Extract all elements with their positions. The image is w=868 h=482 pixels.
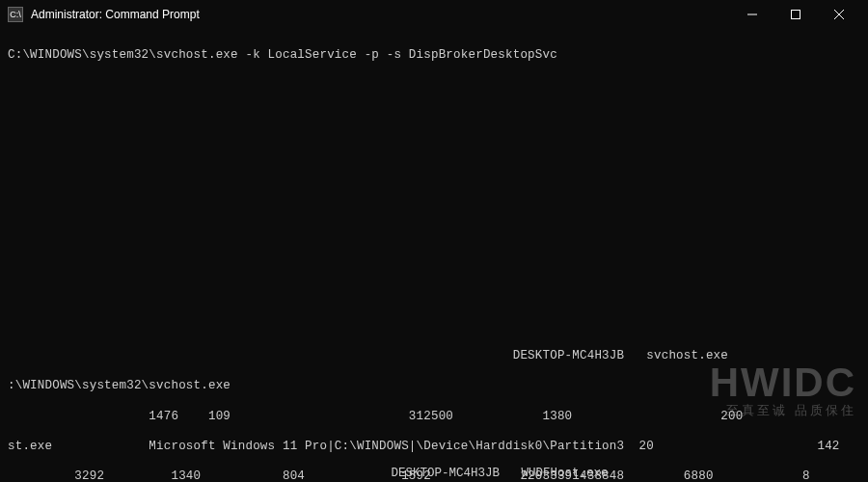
- terminal-line: [8, 228, 860, 244]
- terminal-line: [8, 78, 860, 94]
- close-button[interactable]: [817, 0, 860, 29]
- terminal-line: DESKTOP-MC4H3JB svchost.exe C: [8, 349, 860, 364]
- terminal-line: C:\WINDOWS\system32\svchost.exe -k Local…: [8, 48, 860, 64]
- svg-rect-1: [791, 11, 800, 19]
- window-controls: [730, 0, 860, 29]
- terminal-line: [8, 258, 860, 274]
- terminal-line: st.exe Microsoft Windows 11 Pro|C:\WINDO…: [8, 440, 860, 455]
- minimize-button[interactable]: [730, 0, 773, 29]
- terminal-line: [8, 319, 860, 335]
- window-title: Administrator: Command Prompt: [31, 8, 730, 21]
- terminal-output[interactable]: C:\WINDOWS\system32\svchost.exe -k Local…: [0, 29, 868, 482]
- titlebar: C:\ Administrator: Command Prompt: [0, 0, 868, 29]
- terminal-line: 1476 109 312500 1380 200 svcho: [8, 410, 860, 425]
- terminal-line: [8, 199, 860, 214]
- terminal-line: [8, 138, 860, 153]
- terminal-line: [8, 108, 860, 123]
- cmd-icon: C:\: [8, 7, 23, 22]
- maximize-button[interactable]: [773, 0, 817, 29]
- terminal-line: [8, 289, 860, 305]
- terminal-line: [8, 169, 860, 184]
- terminal-bottom-line: DESKTOP-MC4H3JB WUDFHost.exe: [0, 467, 868, 482]
- terminal-line: :\WINDOWS\system32\svchost.exe: [8, 379, 860, 394]
